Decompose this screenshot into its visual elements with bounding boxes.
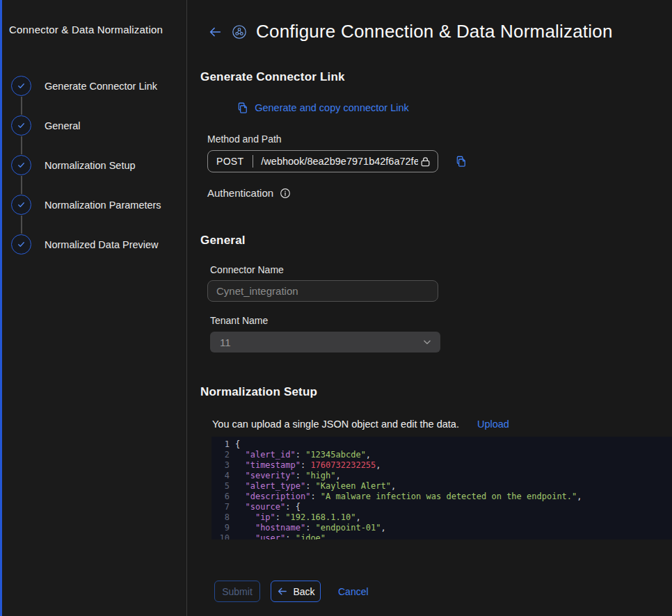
editor-line: 2 "alert_id": "12345abcde", <box>211 450 672 460</box>
step-label: Generate Connector Link <box>45 81 157 92</box>
cancel-link[interactable]: Cancel <box>338 586 369 597</box>
editor-line: 5 "alert_type": "Kayleen Alert", <box>211 481 672 492</box>
stepper-step[interactable]: Generate Connector Link <box>9 66 178 106</box>
line-code: "description": "A malware infection was … <box>230 492 582 502</box>
stepper-step[interactable]: Normalized Data Preview <box>9 225 178 264</box>
line-number: 9 <box>211 523 230 533</box>
generate-link-label: Generate and copy connector Link <box>255 102 409 113</box>
step-check-circle <box>11 195 31 215</box>
step-check-circle <box>11 155 31 175</box>
line-number: 6 <box>211 492 230 502</box>
line-code: "timestamp": 1760732232255, <box>230 460 381 471</box>
step-label: General <box>45 120 81 131</box>
line-number: 1 <box>211 439 230 450</box>
editor-line: 1 { <box>211 439 672 450</box>
step-check-circle <box>11 115 31 136</box>
step-check-circle <box>11 234 31 254</box>
chevron-down-icon <box>422 337 432 347</box>
check-icon <box>16 120 26 131</box>
line-number: 10 <box>211 533 230 540</box>
line-code: "user": "jdoe" <box>230 533 326 540</box>
back-button-label: Back <box>293 586 314 597</box>
back-arrow-icon[interactable] <box>207 24 223 40</box>
main-panel: Configure Connection & Data Normalizatio… <box>187 0 672 616</box>
authentication-label: Authentication <box>207 187 273 199</box>
field-divider <box>253 155 253 168</box>
line-code: "severity": "high", <box>230 471 341 481</box>
check-icon <box>16 239 26 250</box>
line-number: 2 <box>211 450 230 460</box>
upload-hint: You can upload a single JSON object and … <box>212 419 459 430</box>
method-path-field[interactable]: POST /webhook/8ea2b9e7971b42f6a72fe6 <box>207 150 438 172</box>
http-method: POST <box>216 156 243 167</box>
editor-line: 7 "source": { <box>211 502 672 512</box>
info-icon[interactable] <box>280 188 291 199</box>
lock-icon <box>419 156 431 168</box>
page-title: Configure Connection & Data Normalizatio… <box>256 21 613 42</box>
copy-path-icon[interactable] <box>455 155 467 168</box>
editor-line: 9 "hostname": "endpoint-01", <box>211 523 672 533</box>
submit-button[interactable]: Submit <box>214 581 260 602</box>
back-button[interactable]: Back <box>271 581 321 602</box>
line-number: 3 <box>211 460 230 471</box>
tenant-name-select[interactable]: 11 <box>210 332 440 352</box>
tenant-name-label: Tenant Name <box>210 315 672 326</box>
back-button-arrow-icon <box>276 585 288 597</box>
normalization-section-heading: Normalization Setup <box>200 385 672 399</box>
check-icon <box>16 81 26 91</box>
connector-badge-icon <box>232 24 247 40</box>
line-code: "source": { <box>230 502 301 512</box>
editor-line: 6 "description": "A malware infection wa… <box>211 492 672 502</box>
generate-copy-link[interactable]: Generate and copy connector Link <box>207 102 438 114</box>
stepper: Generate Connector Link General Normaliz… <box>9 66 178 264</box>
line-number: 7 <box>211 502 230 512</box>
page-header: Configure Connection & Data Normalizatio… <box>187 0 672 42</box>
upload-link[interactable]: Upload <box>477 419 509 430</box>
tenant-name-value: 11 <box>220 337 231 348</box>
json-editor[interactable]: 1 { 2 "alert_id": "12345abcde", 3 "times… <box>211 437 672 540</box>
check-icon <box>16 160 26 170</box>
step-label: Normalized Data Preview <box>45 239 159 250</box>
copy-icon <box>237 102 249 114</box>
stepper-step[interactable]: Normalization Parameters <box>9 185 178 225</box>
connector-name-label: Connector Name <box>210 264 672 275</box>
editor-line: 4 "severity": "high", <box>211 471 672 481</box>
check-icon <box>16 200 26 210</box>
step-label: Normalization Parameters <box>45 200 161 211</box>
stepper-sidebar: Connector & Data Normalization Generate … <box>0 0 187 616</box>
method-path-label: Method and Path <box>207 133 672 145</box>
line-code: "alert_type": "Kayleen Alert", <box>230 481 396 492</box>
editor-line: 10 "user": "jdoe" <box>211 533 672 540</box>
line-number: 5 <box>211 481 230 492</box>
line-number: 8 <box>211 512 230 523</box>
sidebar-title: Connector & Data Normalization <box>9 24 178 35</box>
step-label: Normalization Setup <box>45 160 136 171</box>
general-section-heading: General <box>200 234 672 248</box>
stepper-step[interactable]: Normalization Setup <box>9 145 178 185</box>
webhook-path: /webhook/8ea2b9e7971b42f6a72fe6 <box>261 156 418 167</box>
line-number: 4 <box>211 471 230 481</box>
app-window: Connector & Data Normalization Generate … <box>0 0 672 616</box>
line-code: "alert_id": "12345abcde", <box>230 450 371 460</box>
authentication-row: Authentication <box>207 187 672 199</box>
editor-line: 3 "timestamp": 1760732232255, <box>211 460 672 471</box>
line-code: "ip": "192.168.1.10", <box>230 512 361 523</box>
step-check-circle <box>11 76 31 96</box>
line-code: { <box>230 439 240 450</box>
stepper-step[interactable]: General <box>9 106 178 145</box>
method-path-row: POST /webhook/8ea2b9e7971b42f6a72fe6 <box>207 150 672 172</box>
upload-row: You can upload a single JSON object and … <box>212 419 672 430</box>
footer-actions: Submit Back Cancel <box>200 581 672 602</box>
connector-name-input[interactable] <box>207 280 438 302</box>
form-content: Generate Connector Link Generate and cop… <box>187 70 672 602</box>
generate-section-heading: Generate Connector Link <box>200 70 672 84</box>
editor-line: 8 "ip": "192.168.1.10", <box>211 512 672 523</box>
line-code: "hostname": "endpoint-01", <box>230 523 386 533</box>
